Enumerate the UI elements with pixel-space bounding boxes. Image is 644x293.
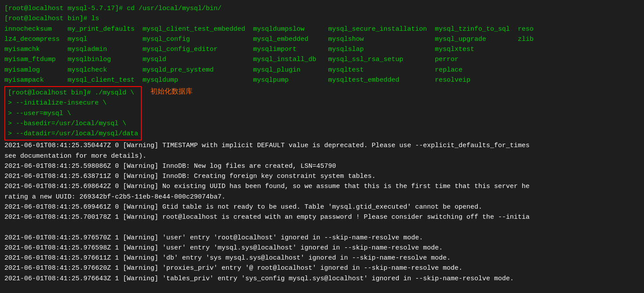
init-annotation: 初始化数据库 <box>150 86 193 97</box>
warning-13: 2021-06-01T08:41:25.976643Z 1 [Warning] … <box>4 274 640 284</box>
warning-9: 2021-06-01T08:41:25.976570Z 1 [Warning] … <box>4 233 640 243</box>
init-line-1: [root@localhost bin]# ./mysqld \ <box>8 88 138 98</box>
ls-row-1: innochecksum my_print_defaults mysql_cli… <box>4 24 640 34</box>
init-line-5: > --datadir=/usr/local/mysql/data <box>8 129 138 139</box>
terminal-window: [root@localhost mysql-5.7.17]# cd /usr/l… <box>0 0 644 293</box>
warning-2: see documentation for more details). <box>4 151 640 161</box>
init-line-4: > --basedir=/usr/local/mysql \ <box>8 119 138 129</box>
ls-row-5: myisamlog mysqlcheck mysqld_pre_systemd … <box>4 65 640 75</box>
warning-3: 2021-06-01T08:41:25.598086Z 0 [Warning] … <box>4 161 640 171</box>
warning-4: 2021-06-01T08:41:25.638711Z 0 [Warning] … <box>4 171 640 181</box>
warning-12: 2021-06-01T08:41:25.976620Z 1 [Warning] … <box>4 263 640 273</box>
warning-6: rating a new UUID: 269342bf-c2b5-11eb-8e… <box>4 192 640 202</box>
init-line-3: > --user=mysql \ <box>8 109 138 119</box>
line-cd: [root@localhost mysql-5.7.17]# cd /usr/l… <box>4 4 640 14</box>
empty-line <box>4 222 640 232</box>
ls-row-3: myisamchk mysqladmin mysql_config_editor… <box>4 44 640 54</box>
init-section: [root@localhost bin]# ./mysqld \ > --ini… <box>4 86 640 141</box>
warning-7: 2021-06-01T08:41:25.699461Z 0 [Warning] … <box>4 202 640 212</box>
ls-row-6: myisampack mysql_client_test mysqldump m… <box>4 75 640 85</box>
warning-10: 2021-06-01T08:41:25.976598Z 1 [Warning] … <box>4 243 640 253</box>
warning-11: 2021-06-01T08:41:25.976611Z 1 [Warning] … <box>4 253 640 263</box>
line-ls: [root@localhost bin]# ls <box>4 14 640 24</box>
warning-1: 2021-06-01T08:41:25.350447Z 0 [Warning] … <box>4 141 640 151</box>
warning-8: 2021-06-01T08:41:25.700178Z 1 [Warning] … <box>4 212 640 222</box>
init-command-block: [root@localhost bin]# ./mysqld \ > --ini… <box>4 86 142 141</box>
warning-5: 2021-06-01T08:41:25.698642Z 0 [Warning] … <box>4 181 640 192</box>
final-prompt-line: [root@localhost bin]# <box>4 284 640 293</box>
ls-row-2: lz4_decompress mysql mysql_config mysql_… <box>4 34 640 44</box>
init-line-2: > --initialize-insecure \ <box>8 98 138 108</box>
ls-row-4: myisam_ftdump mysqlbinlog mysqld mysql_i… <box>4 54 640 65</box>
